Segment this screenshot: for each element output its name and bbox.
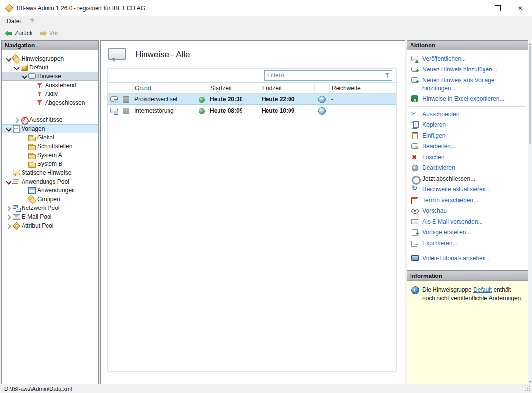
scrollbar-down-icon[interactable]: [528, 379, 532, 384]
tree-item-attribut-pool[interactable]: Attribut Pool: [2, 221, 98, 230]
tree-item-e-mail-pool[interactable]: E-Mail Pool: [2, 212, 98, 221]
cell-grund: Providerwechsel: [132, 94, 195, 105]
action-vorschau[interactable]: Vorschau: [407, 206, 528, 216]
action-deaktivieren[interactable]: Deaktivieren: [407, 162, 528, 173]
active-status-icon: [197, 107, 205, 115]
chevron-down-icon[interactable]: [5, 125, 12, 133]
table-row-internetstoerung[interactable]: InternetstörungHeute 08:09Heute 10:09-: [108, 105, 396, 116]
chevron-right-icon[interactable]: [13, 116, 20, 124]
scrollbar-thumb[interactable]: [529, 46, 531, 144]
tree-item-aktiv[interactable]: Aktiv: [2, 90, 98, 98]
minimize-button[interactable]: [464, 0, 486, 16]
chevron-right-icon[interactable]: [5, 205, 12, 212]
information-panel: Information Die Hinweisgruppe Default en…: [407, 271, 528, 384]
cell-type: [108, 105, 120, 116]
action-hinweise-in-excel-exportieren[interactable]: Hinweise in Excel exportieren...: [407, 93, 528, 104]
action-loeschen[interactable]: Löschen: [407, 152, 528, 162]
tree-item-label: Ausschlüsse: [29, 116, 62, 123]
folder-icon: [28, 142, 36, 150]
navigation-panel: Navigation HinweisgruppenDefaultHinweise…: [1, 40, 99, 384]
tree-item-label: Anwendungen: [37, 187, 75, 194]
tree-item-system-b[interactable]: System B: [2, 160, 98, 168]
tree-item-netzwerk-pool[interactable]: Netzwerk Pool: [2, 204, 98, 212]
filter-funnel-icon[interactable]: [384, 72, 390, 79]
tree-item-hinweisgruppen[interactable]: Hinweisgruppen: [2, 54, 98, 63]
table-row-providerwechsel[interactable]: ProviderwechselHeute 20:30Heute 22:00-: [108, 94, 396, 105]
tree-item-abgeschlossen[interactable]: Abgeschlossen: [2, 98, 98, 107]
action-kopieren[interactable]: Kopieren: [407, 119, 528, 130]
status-bar: D:\IBI-aws\Admin\Data.xml: [0, 384, 532, 393]
chevron-down-icon[interactable]: [21, 73, 28, 80]
menu-item-item[interactable]: ?: [25, 16, 39, 26]
scrollbar-up-icon[interactable]: [528, 40, 532, 45]
globe-icon: [318, 95, 326, 103]
tree-item-system-a[interactable]: System A: [2, 151, 98, 160]
chevron-right-icon[interactable]: [5, 213, 12, 221]
action-exportieren[interactable]: Exportieren...: [407, 238, 528, 249]
column-header-empty[interactable]: [120, 83, 132, 93]
tree-item-gruppen[interactable]: Gruppen: [2, 195, 98, 204]
action-label: Hinweise in Excel exportieren...: [422, 95, 525, 103]
tree-item-ausschluesse[interactable]: Ausschlüsse: [2, 116, 98, 124]
action-reichweite-aktualisieren[interactable]: Reichweite aktualisieren...: [407, 184, 528, 195]
tree-item-label: E-Mail Pool: [22, 213, 51, 220]
default-group-link[interactable]: Default: [473, 286, 492, 293]
pool-icon: [12, 178, 20, 185]
action-vorlage-erstellen[interactable]: Vorlage erstellen...: [407, 227, 528, 238]
tree-item-ausstehend[interactable]: Ausstehend: [2, 81, 98, 90]
close-button[interactable]: [509, 0, 532, 16]
tree-item-default[interactable]: Default: [2, 63, 98, 72]
resize-grip-icon[interactable]: [524, 385, 530, 391]
chevron-right-icon[interactable]: [5, 222, 12, 230]
action-veroeffentlichen[interactable]: Veröffentlichen...: [407, 53, 528, 64]
tree-item-global[interactable]: Global: [2, 133, 98, 142]
tree-item-anwendungs-pool[interactable]: Anwendungs Pool: [2, 177, 98, 186]
vertical-scrollbar[interactable]: [528, 40, 532, 384]
action-als-e-mail-versenden[interactable]: Als E-Mail versenden...: [407, 216, 528, 227]
column-header-startzeit[interactable]: Startzeit: [208, 83, 260, 93]
back-button[interactable]: Zurück: [3, 28, 37, 38]
menu-item-datei[interactable]: Datei: [2, 16, 25, 26]
cell-reichweite: -: [329, 94, 396, 105]
tree-item-anwendungen[interactable]: Anwendungen: [2, 186, 98, 195]
window-controls: [464, 0, 532, 16]
action-label: Reichweite aktualisieren...: [422, 185, 525, 193]
column-header-grund[interactable]: Grund: [132, 83, 195, 93]
action-neuen-hinweis-aus-vorlage-hinzufuegen[interactable]: Neuen Hinweis aus Vorlage hinzufügen...: [407, 75, 528, 93]
action-bearbeiten[interactable]: Bearbeiten...: [407, 141, 528, 152]
create-template-icon: [411, 229, 419, 236]
filter-input[interactable]: [264, 70, 392, 81]
column-header-endzeit[interactable]: Endzeit: [260, 83, 314, 93]
chevron-down-icon[interactable]: [5, 55, 12, 63]
action-jetzt-abschliessen[interactable]: Jetzt abschliessen...: [407, 173, 528, 184]
tree-item-hinweise[interactable]: Hinweise: [2, 72, 98, 81]
info-text-before: Die Hinweisgruppe: [422, 286, 473, 293]
action-termin-verschieben[interactable]: Termin verschieben...: [407, 195, 528, 206]
column-header-reichweite[interactable]: Reichweite: [329, 83, 396, 93]
column-header-empty[interactable]: [195, 83, 208, 93]
tree-item-statische-hinweise[interactable]: Statische Hinweise: [2, 168, 98, 177]
forward-button[interactable]: Vor: [38, 28, 62, 38]
expander-spacer: [21, 152, 28, 159]
maximize-button[interactable]: [486, 0, 509, 16]
tree-item-schnittstellen[interactable]: Schnittstellen: [2, 142, 98, 151]
tree-item-label: Default: [29, 64, 48, 71]
action-ausschneiden[interactable]: Ausschneiden: [407, 109, 528, 119]
column-header-empty[interactable]: [108, 83, 120, 93]
action-video-tutorials-ansehen[interactable]: Video-Tutorials ansehen...: [407, 253, 528, 264]
tree-item-label: Attribut Pool: [22, 222, 53, 229]
tree-item-label: Statische Hinweise: [22, 169, 71, 176]
action-label: Video-Tutorials ansehen...: [422, 254, 525, 262]
main-header: Hinweise - Alle: [108, 46, 190, 63]
action-einfuegen[interactable]: Einfügen: [407, 130, 528, 141]
action-neuen-hinweis-hinzufuegen[interactable]: Neuen Hinweis hinzufügen...: [407, 64, 528, 75]
table-body: ProviderwechselHeute 20:30Heute 22:00-In…: [108, 94, 396, 116]
chevron-down-icon[interactable]: [13, 64, 20, 71]
tree-item-vorlagen[interactable]: Vorlagen: [2, 124, 98, 133]
tag-icon: [12, 222, 20, 230]
actions-panel: Aktionen Veröffentlichen...Neuen Hinweis…: [407, 40, 528, 271]
column-header-empty[interactable]: [314, 83, 329, 93]
chevron-down-icon[interactable]: [5, 178, 12, 185]
action-label: Termin verschieben...: [422, 196, 525, 204]
action-label: Als E-Mail versenden...: [422, 218, 525, 226]
